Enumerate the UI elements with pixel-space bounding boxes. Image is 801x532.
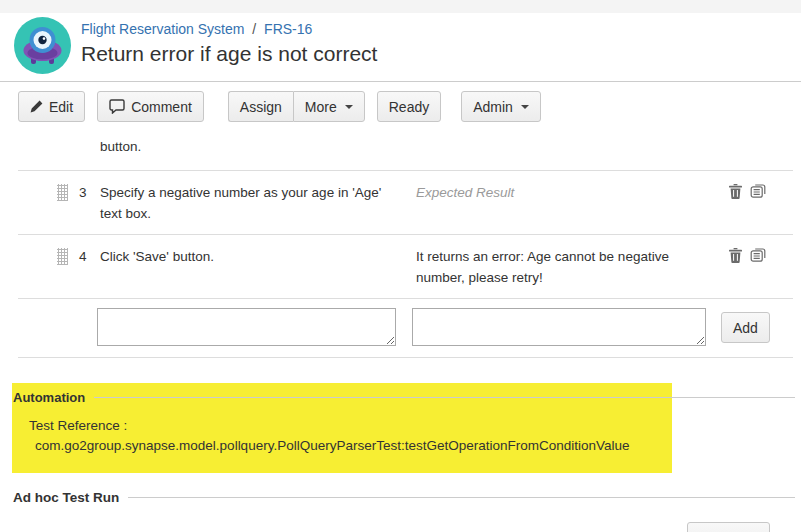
expected-result-text[interactable]: It returns an error: Age cannot be negat… bbox=[416, 246, 704, 288]
test-reference-label: Test Reference : bbox=[29, 418, 801, 433]
comment-button-label: Comment bbox=[131, 99, 192, 115]
adhoc-test-run-section: Ad hoc Test Run + Create bbox=[0, 490, 801, 532]
more-button[interactable]: More bbox=[293, 91, 365, 122]
automation-section: Automation Test Reference : com.go2group… bbox=[0, 383, 801, 453]
add-step-row: Add bbox=[18, 299, 793, 358]
admin-button-label: Admin bbox=[473, 99, 513, 115]
automation-heading: Automation bbox=[13, 390, 85, 405]
table-row-partial: button. bbox=[18, 132, 793, 171]
edit-button-label: Edit bbox=[49, 99, 73, 115]
table-row-step-4: 4 Click 'Save' button. It returns an err… bbox=[18, 235, 793, 299]
delete-step-button[interactable] bbox=[729, 184, 742, 199]
assign-button-label: Assign bbox=[240, 99, 282, 115]
step-text-continuation: button. bbox=[100, 136, 141, 157]
new-result-input[interactable] bbox=[412, 308, 706, 346]
add-button-label: Add bbox=[733, 320, 758, 336]
assign-button[interactable]: Assign bbox=[228, 91, 293, 122]
alien-ufo-avatar-icon bbox=[14, 17, 71, 74]
breadcrumb: Flight Reservation System / FRS-16 bbox=[81, 19, 377, 39]
admin-button[interactable]: Admin bbox=[461, 91, 541, 122]
test-reference-value: com.go2group.synapse.model.pollquery.Pol… bbox=[35, 438, 801, 453]
edit-button[interactable]: Edit bbox=[18, 91, 85, 122]
project-avatar bbox=[14, 17, 71, 74]
clone-step-button[interactable] bbox=[749, 184, 766, 199]
trash-icon bbox=[729, 248, 742, 263]
adhoc-heading-row: Ad hoc Test Run bbox=[0, 490, 801, 505]
ready-button-label: Ready bbox=[389, 99, 429, 115]
copy-steps-icon bbox=[749, 248, 766, 263]
toolbar: Edit Comment Assign More Ready Admin bbox=[0, 82, 801, 122]
step-number: 4 bbox=[79, 246, 99, 288]
pencil-icon bbox=[30, 100, 43, 113]
create-button[interactable]: + Create bbox=[687, 522, 770, 532]
add-step-button[interactable]: Add bbox=[721, 312, 770, 343]
automation-heading-row: Automation bbox=[0, 390, 801, 405]
create-row: + Create bbox=[0, 522, 801, 532]
table-row-step-3: 3 Specify a negative number as your age … bbox=[18, 171, 793, 235]
row-actions bbox=[729, 182, 766, 224]
adhoc-heading: Ad hoc Test Run bbox=[13, 490, 119, 505]
issue-title: Return error if age is not correct bbox=[81, 42, 377, 66]
delete-step-button[interactable] bbox=[729, 248, 742, 263]
speech-bubble-icon bbox=[109, 99, 125, 114]
clone-step-button[interactable] bbox=[749, 248, 766, 263]
breadcrumb-project-link[interactable]: Flight Reservation System bbox=[81, 21, 244, 37]
new-step-input[interactable] bbox=[97, 308, 396, 346]
test-steps-table: button. 3 Specify a negative number as y… bbox=[18, 132, 793, 358]
more-button-label: More bbox=[305, 99, 337, 115]
section-divider-line bbox=[94, 397, 795, 398]
top-strip bbox=[0, 0, 801, 13]
expected-result-placeholder[interactable]: Expected Result bbox=[416, 182, 704, 224]
drag-handle-icon[interactable] bbox=[57, 248, 68, 265]
breadcrumb-separator: / bbox=[252, 21, 256, 37]
step-description[interactable]: Click 'Save' button. bbox=[100, 246, 384, 288]
chevron-down-icon bbox=[521, 105, 529, 109]
issue-header: Flight Reservation System / FRS-16 Retur… bbox=[0, 13, 801, 82]
breadcrumb-issue-link[interactable]: FRS-16 bbox=[264, 21, 312, 37]
section-divider-line bbox=[128, 497, 795, 498]
trash-icon bbox=[729, 184, 742, 199]
step-number: 3 bbox=[79, 182, 99, 224]
comment-button[interactable]: Comment bbox=[97, 91, 204, 122]
chevron-down-icon bbox=[345, 105, 353, 109]
drag-handle-icon[interactable] bbox=[57, 184, 68, 201]
step-description[interactable]: Specify a negative number as your age in… bbox=[100, 182, 384, 224]
assign-more-group: Assign More bbox=[228, 91, 365, 122]
row-actions bbox=[729, 246, 766, 288]
ready-button[interactable]: Ready bbox=[377, 91, 441, 122]
copy-steps-icon bbox=[749, 184, 766, 199]
